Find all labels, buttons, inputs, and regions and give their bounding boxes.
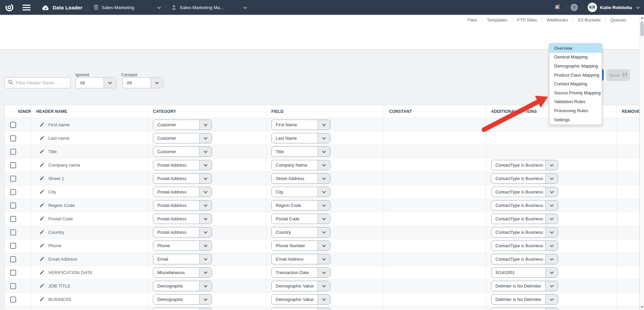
subnav-link[interactable]: Queues <box>610 17 626 23</box>
chevron-down-icon[interactable] <box>636 5 640 9</box>
hamburger-menu-icon[interactable] <box>22 3 31 12</box>
field-select[interactable]: Street Address <box>271 173 330 184</box>
edit-header-icon[interactable] <box>39 176 44 181</box>
scroll-down-button[interactable] <box>640 304 644 310</box>
subnav-link[interactable]: S3 Buckets <box>578 17 600 23</box>
ignore-checkbox[interactable] <box>10 189 16 195</box>
field-select[interactable]: Transaction Date <box>271 267 330 278</box>
category-select[interactable]: Postal Address <box>153 227 212 237</box>
ignore-checkbox[interactable] <box>10 216 16 222</box>
subnav-link[interactable]: Files <box>468 17 477 23</box>
menu-item[interactable]: Overview <box>549 44 602 53</box>
category-select[interactable]: Customer <box>153 146 212 157</box>
ignore-checkbox[interactable] <box>10 243 16 249</box>
edit-header-icon[interactable] <box>39 149 44 154</box>
menu-item[interactable]: Settings <box>549 115 602 124</box>
additional-options-select[interactable]: Delimter is No Delimiter <box>491 281 558 291</box>
category-select[interactable]: Phone <box>153 240 212 251</box>
scrollbar-thumb[interactable] <box>640 21 644 36</box>
category-select[interactable]: Postal Address <box>153 173 212 184</box>
additional-options-select[interactable]: ContactType is Business <box>491 254 558 264</box>
category-select[interactable]: Customer <box>153 133 212 143</box>
edit-header-icon[interactable] <box>39 230 44 235</box>
edit-header-icon[interactable] <box>39 163 44 168</box>
edit-header-icon[interactable] <box>39 257 44 262</box>
category-select[interactable]: Demographic <box>153 294 212 305</box>
category-select[interactable]: Postal Address <box>153 200 212 211</box>
edit-header-icon[interactable] <box>39 203 44 208</box>
category-select[interactable]: Postal Address <box>153 214 212 224</box>
category-select[interactable]: Postal Address <box>153 160 212 170</box>
ignore-checkbox[interactable] <box>10 149 16 155</box>
header-name-search[interactable] <box>4 77 71 88</box>
field-select[interactable]: First Name <box>271 120 330 130</box>
notifications-bell-icon[interactable] <box>554 4 561 11</box>
subnav-link[interactable]: Templates <box>487 17 507 23</box>
profile-selector[interactable]: Sales-Marketing Ma... <box>171 5 246 10</box>
menu-item[interactable]: Contact Mapping <box>549 79 602 88</box>
field-select[interactable]: City <box>271 187 330 197</box>
ignore-checkbox[interactable] <box>10 297 16 303</box>
additional-options-select[interactable]: ContactType is Business <box>491 214 558 224</box>
field-select[interactable]: Country <box>271 227 330 237</box>
edit-header-icon[interactable] <box>39 122 44 127</box>
constant-filter-select[interactable]: All <box>122 77 163 88</box>
database-selector[interactable]: Sales-Marketing <box>94 5 161 10</box>
ignore-checkbox[interactable] <box>10 122 16 128</box>
ignore-checkbox[interactable] <box>10 176 16 182</box>
additional-options-select[interactable]: 3/14/2001 <box>491 267 558 278</box>
ignore-checkbox[interactable] <box>10 283 16 289</box>
subnav-link[interactable]: FTP Sites <box>517 17 537 23</box>
menu-item[interactable]: Validation Rules <box>549 97 602 106</box>
field-select[interactable]: Title <box>271 146 330 157</box>
field-select[interactable]: Demographic Value <box>271 294 330 305</box>
additional-options-select[interactable]: ContactType is Business <box>491 200 558 211</box>
edit-header-icon[interactable] <box>39 270 44 275</box>
menu-item[interactable]: General Mapping <box>549 53 602 62</box>
edit-header-icon[interactable] <box>39 189 44 194</box>
search-input[interactable] <box>16 80 66 85</box>
ignore-checkbox[interactable] <box>10 135 16 141</box>
ignore-checkbox[interactable] <box>10 203 16 209</box>
edit-header-icon[interactable] <box>39 136 44 141</box>
edit-header-icon[interactable] <box>39 297 44 302</box>
category-select[interactable]: Email <box>153 254 212 264</box>
ignored-filter-select[interactable]: All <box>75 77 116 88</box>
field-select[interactable]: Last Name <box>271 133 330 143</box>
edit-header-icon[interactable] <box>39 283 44 289</box>
additional-options-select[interactable]: ContactType is Business <box>491 227 558 237</box>
ignore-checkbox[interactable] <box>10 270 16 276</box>
menu-item[interactable]: Processing Rules <box>549 106 602 115</box>
field-select[interactable]: Demographic Value <box>271 281 330 291</box>
ignore-checkbox[interactable] <box>10 162 16 168</box>
field-select[interactable]: Email Address <box>271 254 330 264</box>
help-icon[interactable]: ? <box>571 4 578 11</box>
ignore-checkbox[interactable] <box>10 256 16 262</box>
field-select[interactable]: Company Name <box>271 160 330 170</box>
additional-options-select[interactable]: ContactType is Business <box>491 173 558 184</box>
menu-item[interactable]: Source Priority Mapping <box>549 88 602 97</box>
category-select[interactable]: Miscellaneous <box>153 267 212 278</box>
menu-item[interactable]: Product Class Mapping <box>549 71 602 80</box>
field-select[interactable] <box>271 308 330 310</box>
category-select[interactable] <box>153 308 212 310</box>
edit-header-icon[interactable] <box>39 243 44 248</box>
category-select[interactable]: Demographic <box>153 281 212 291</box>
category-select[interactable]: Postal Address <box>153 187 212 197</box>
edit-header-icon[interactable] <box>39 216 44 221</box>
additional-options-select[interactable] <box>491 308 558 310</box>
menu-item[interactable]: Demographic Mapping <box>549 61 602 71</box>
avatar[interactable]: KR <box>588 3 597 12</box>
vertical-scrollbar[interactable] <box>640 15 644 310</box>
subnav-link[interactable]: Webhooks <box>547 17 568 23</box>
save-button[interactable]: Save <box>606 69 630 81</box>
category-select[interactable]: Customer <box>153 120 212 130</box>
field-select[interactable]: Phone Number <box>271 240 330 251</box>
ignore-checkbox[interactable] <box>10 229 16 235</box>
additional-options-select[interactable]: ContactType is Business <box>491 240 558 251</box>
field-select[interactable]: Region Code <box>271 200 330 211</box>
additional-options-select[interactable]: Delimter is No Delimiter <box>491 294 558 305</box>
field-select[interactable]: Postal Code <box>271 214 330 224</box>
additional-options-select[interactable]: ContactType is Business <box>491 187 558 197</box>
scroll-up-button[interactable] <box>640 15 644 20</box>
